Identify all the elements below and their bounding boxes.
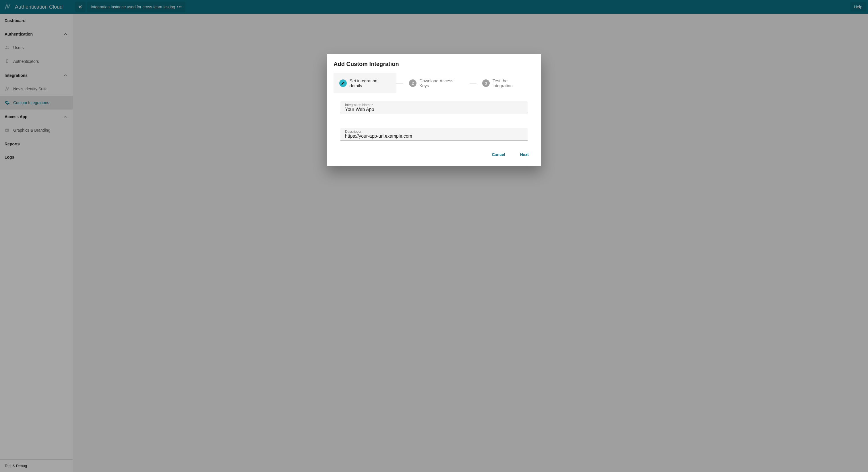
sidebar-item-label: Graphics & Branding	[13, 128, 50, 133]
svg-rect-3	[7, 60, 8, 62]
sidebar-item-authenticators[interactable]: Authenticators	[0, 55, 73, 68]
sidebar-section-access-app[interactable]: Access App	[0, 109, 73, 123]
sidebar-collapse-button[interactable]	[75, 2, 86, 12]
brand-logo-icon	[4, 3, 11, 10]
sidebar-item-label: Integrations	[5, 73, 28, 78]
sidebar-item-label: Custom Integrations	[13, 100, 49, 105]
chevron-up-icon	[63, 73, 68, 78]
sidebar-item-label: Logs	[5, 155, 14, 160]
sidebar-item-logs[interactable]: Logs	[0, 150, 73, 164]
sidebar-item-custom-integrations[interactable]: Custom Integrations	[0, 96, 73, 109]
step-label: Set integration details	[350, 78, 391, 88]
svg-point-1	[7, 46, 9, 47]
step-badge: 3	[482, 79, 490, 87]
chevron-up-icon	[63, 32, 68, 37]
sidebar-item-label: Reports	[5, 142, 20, 146]
integration-name-label: Integration Name*	[345, 103, 373, 107]
sidebar-item-label: Nevis Identity Suite	[13, 87, 48, 91]
sidebar-item-label: Access App	[5, 114, 28, 119]
phone-icon	[5, 59, 10, 64]
brand: Authentication Cloud	[2, 3, 75, 10]
sidebar-item-reports[interactable]: Reports	[0, 137, 73, 150]
chevron-double-left-icon	[78, 4, 83, 9]
sidebar-item-label: Authenticators	[13, 59, 39, 64]
sidebar-item-dashboard[interactable]: Dashboard	[0, 14, 73, 27]
chevron-up-icon	[63, 114, 68, 119]
image-icon	[5, 128, 10, 133]
integration-name-field-wrapper: Integration Name*	[340, 101, 528, 114]
gear-icon	[5, 100, 10, 105]
users-icon	[5, 45, 10, 50]
sidebar: Dashboard Authentication Users Aut	[0, 14, 73, 472]
sidebar-item-test-debug[interactable]: Test & Debug	[0, 460, 73, 472]
step-1[interactable]: Set integration details	[334, 73, 396, 93]
add-custom-integration-dialog: Add Custom Integration Set integration d…	[327, 54, 541, 166]
dialog-actions: Cancel Next	[334, 148, 534, 159]
step-label: Download Access Keys	[420, 78, 464, 88]
description-label: Description	[345, 130, 362, 134]
topbar-center: Integration instance used for cross team…	[75, 2, 185, 12]
next-button[interactable]: Next	[517, 150, 532, 159]
brand-mark-icon	[5, 86, 10, 92]
dialog-title: Add Custom Integration	[334, 61, 534, 67]
description-input[interactable]	[345, 134, 523, 139]
pencil-icon	[339, 79, 347, 87]
topbar: Authentication Cloud Integration instanc…	[0, 0, 868, 14]
brand-name: Authentication Cloud	[15, 4, 63, 10]
help-button[interactable]: Help	[850, 2, 866, 11]
ellipsis-icon: •••	[177, 5, 182, 9]
sidebar-item-users[interactable]: Users	[0, 41, 73, 55]
sidebar-item-label: Test & Debug	[5, 464, 27, 468]
sidebar-section-authentication[interactable]: Authentication	[0, 27, 73, 41]
sidebar-item-graphics-branding[interactable]: Graphics & Branding	[0, 123, 73, 137]
sidebar-section-integrations[interactable]: Integrations	[0, 68, 73, 82]
step-badge: 2	[409, 79, 416, 87]
step-connector	[470, 83, 476, 83]
svg-point-0	[6, 46, 7, 47]
sidebar-item-nevis-identity-suite[interactable]: Nevis Identity Suite	[0, 82, 73, 96]
integration-name-input[interactable]	[345, 107, 523, 112]
step-2[interactable]: 2 Download Access Keys	[403, 73, 470, 93]
stepper: Set integration details 2 Download Acces…	[334, 73, 534, 93]
step-label: Test the integration	[493, 78, 529, 88]
help-label: Help	[854, 5, 862, 9]
step-3[interactable]: 3 Test the integration	[476, 73, 534, 93]
sidebar-item-label: Dashboard	[5, 19, 26, 23]
sidebar-item-label: Users	[13, 45, 24, 50]
step-connector	[396, 83, 403, 83]
cancel-button[interactable]: Cancel	[489, 150, 508, 159]
instance-label: Integration instance used for cross team…	[91, 5, 175, 9]
instance-selector[interactable]: Integration instance used for cross team…	[87, 2, 185, 12]
description-field-wrapper: Description	[340, 128, 528, 141]
sidebar-item-label: Authentication	[5, 32, 33, 36]
